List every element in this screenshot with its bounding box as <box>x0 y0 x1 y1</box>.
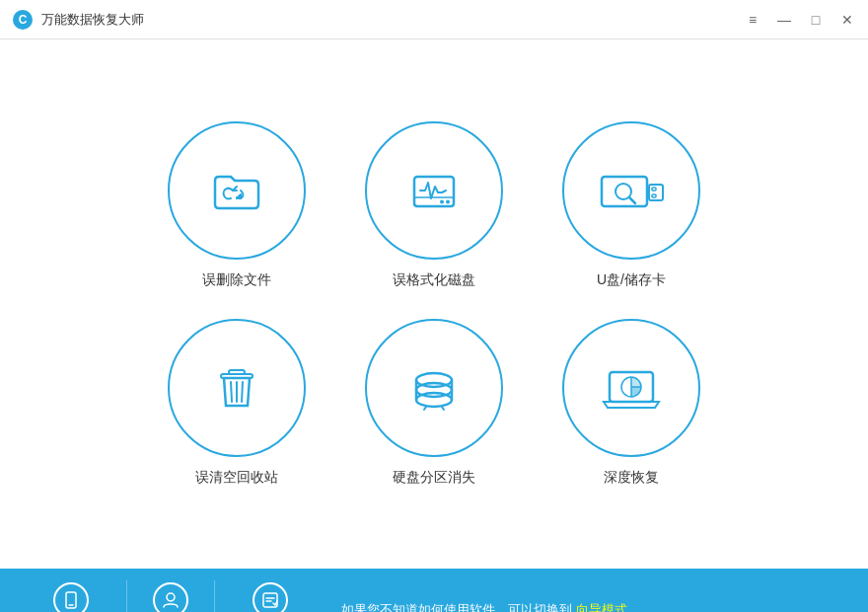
feature-partition-lost[interactable]: 硬盘分区消失 <box>365 319 503 487</box>
import-button[interactable]: 导入扫描记录 <box>219 574 322 613</box>
deleted-files-icon <box>201 155 272 226</box>
footer-divider-1 <box>126 580 127 612</box>
svg-rect-6 <box>602 177 647 206</box>
feature-deleted-files[interactable]: 误删除文件 <box>168 121 306 289</box>
feature-circle-formatted-disk <box>365 121 503 260</box>
footer: 手机数据恢复 在线咨询 导入 <box>0 569 868 612</box>
usb-card-icon <box>592 155 671 226</box>
feature-usb-card[interactable]: U盘/储存卡 <box>562 121 700 289</box>
feature-label-recycle-bin: 误清空回收站 <box>195 469 278 487</box>
feature-circle-usb-card <box>562 121 700 260</box>
wizard-mode-link[interactable]: 向导模式 <box>576 602 627 612</box>
footer-hint-text: 如果您不知道如何使用软件，可以切换到 <box>341 602 576 612</box>
import-icon <box>253 582 288 613</box>
svg-rect-9 <box>649 185 663 200</box>
window-controls: ≡ — □ ✕ <box>744 11 856 29</box>
recycle-bin-icon <box>201 352 272 423</box>
feature-label-usb-card: U盘/储存卡 <box>597 271 666 289</box>
mobile-icon <box>53 582 89 613</box>
feature-recycle-bin[interactable]: 误清空回收站 <box>168 319 306 487</box>
partition-lost-icon <box>398 352 470 423</box>
formatted-disk-icon <box>398 155 470 226</box>
feature-label-deep-recovery: 深度恢复 <box>604 469 659 487</box>
feature-circle-recycle-bin <box>168 319 306 457</box>
feature-label-partition-lost: 硬盘分区消失 <box>393 469 475 487</box>
feature-circle-deep-recovery <box>562 319 700 457</box>
feature-deep-recovery[interactable]: 深度恢复 <box>562 319 700 487</box>
consult-icon <box>153 582 188 613</box>
feature-circle-deleted-files <box>168 121 306 260</box>
footer-divider-2 <box>214 580 215 612</box>
feature-formatted-disk[interactable]: 误格式化磁盘 <box>365 121 503 289</box>
title-bar: C 万能数据恢复大师 ≡ — □ ✕ <box>0 0 868 39</box>
svg-line-16 <box>231 382 232 402</box>
maximize-button[interactable]: □ <box>807 11 825 29</box>
title-bar-left: C 万能数据恢复大师 <box>12 9 144 31</box>
svg-point-34 <box>167 593 175 601</box>
footer-hint: 如果您不知道如何使用软件，可以切换到 向导模式 <box>322 601 848 612</box>
main-content: 误删除文件 误格式化磁盘 <box>0 39 868 569</box>
consult-button[interactable]: 在线咨询 <box>131 574 210 613</box>
app-title: 万能数据恢复大师 <box>41 11 144 29</box>
svg-line-26 <box>442 407 444 410</box>
svg-line-8 <box>629 197 635 203</box>
svg-text:C: C <box>19 13 28 27</box>
svg-line-25 <box>424 407 426 410</box>
feature-circle-partition-lost <box>365 319 503 457</box>
deep-recovery-icon <box>596 352 667 423</box>
feature-label-formatted-disk: 误格式化磁盘 <box>393 271 475 289</box>
mobile-recovery-button[interactable]: 手机数据恢复 <box>20 574 122 613</box>
svg-point-5 <box>446 200 450 204</box>
svg-line-17 <box>242 382 243 402</box>
footer-actions: 手机数据恢复 在线咨询 导入 <box>20 574 322 613</box>
minimize-button[interactable]: — <box>775 11 793 29</box>
svg-rect-11 <box>652 188 656 191</box>
svg-point-4 <box>440 200 444 204</box>
svg-rect-14 <box>229 370 245 374</box>
close-button[interactable]: ✕ <box>838 11 856 29</box>
svg-point-24 <box>416 393 452 407</box>
svg-rect-12 <box>652 194 656 197</box>
feature-label-deleted-files: 误删除文件 <box>202 271 271 289</box>
app-logo-icon: C <box>12 9 34 31</box>
menu-button[interactable]: ≡ <box>744 11 761 29</box>
features-grid: 误删除文件 误格式化磁盘 <box>168 121 700 487</box>
